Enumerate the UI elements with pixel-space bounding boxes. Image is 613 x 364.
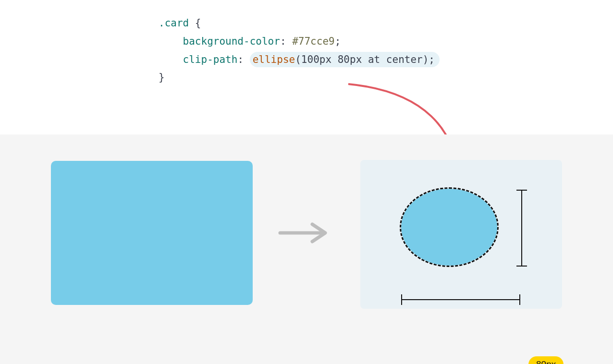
css-code-block: .card { background-color: #77cce9; clip-…	[159, 14, 440, 87]
code-open-brace: {	[189, 17, 201, 29]
ellipse-border	[400, 187, 499, 267]
code-prop-bg: background-color	[183, 36, 280, 47]
code-highlighted-value: ellipse(100px 80px at center);	[250, 52, 440, 67]
code-func-args: (100px 80px at center)	[295, 54, 429, 65]
code-prop-clippath: clip-path	[183, 54, 238, 65]
code-close-brace: }	[159, 72, 165, 83]
vertical-measure	[521, 190, 522, 267]
horizontal-measure	[401, 299, 520, 300]
height-badge: 80px	[528, 356, 564, 364]
demo-area: 80px 100px	[0, 134, 613, 364]
code-selector: .card	[159, 17, 189, 29]
arrow-right-icon	[276, 218, 334, 247]
code-func-ellipse: ellipse	[253, 54, 295, 65]
card-before	[51, 161, 253, 305]
code-value-color: #77cce9	[292, 36, 335, 47]
